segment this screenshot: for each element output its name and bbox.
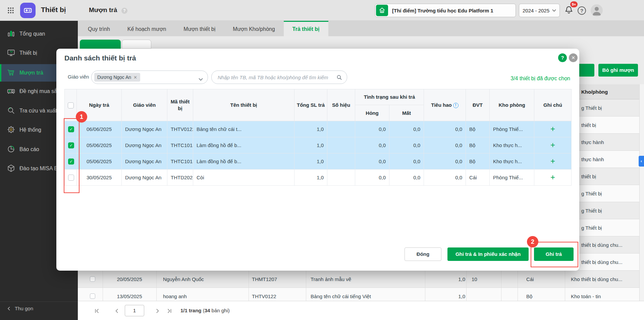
chevron-down-icon [552, 9, 556, 12]
cube-icon [7, 164, 16, 173]
modal-help-icon[interactable]: ? [558, 53, 567, 62]
tab-0[interactable]: Quy trình [79, 21, 119, 36]
search-icon[interactable] [336, 74, 342, 82]
cell-lost[interactable]: 0,0 [389, 170, 424, 186]
cell-broken[interactable]: 0,0 [355, 137, 389, 153]
modal-close-icon[interactable]: ✕ [569, 53, 578, 62]
select-all-checkbox[interactable] [68, 102, 74, 108]
collapse-label: Thu gọn [15, 306, 33, 311]
tab-bar: Quy trìnhKế hoạch mượnMượn thiết bịMượn … [78, 21, 644, 36]
col-header-consumed: Tiêu hao! [424, 89, 466, 121]
search-icon [7, 106, 16, 116]
remove-borrow-button[interactable]: Bỏ ghi mượn [598, 64, 638, 77]
save-and-print-button[interactable]: Ghi trả & In phiếu xác nhận [447, 247, 529, 261]
sidebar-item-label: Báo cáo [19, 146, 39, 152]
save-return-button[interactable]: Ghi trả [534, 247, 574, 261]
cell-unit: Bộ [466, 121, 490, 137]
cell-teacher: Dương Ngọc An [122, 121, 167, 137]
scrollbar-track[interactable] [639, 84, 644, 301]
background-row-fragment: thiết bị [579, 168, 639, 185]
cell-teacher: Nguyễn Anh Quốc [163, 271, 204, 288]
help-icon[interactable]: ? [578, 6, 586, 15]
row-checkbox[interactable] [90, 276, 95, 282]
user-avatar[interactable] [591, 4, 603, 16]
app-grid-icon[interactable] [7, 7, 14, 14]
app-title: Thiết bị [41, 6, 66, 14]
school-selector[interactable]: [Thí điểm] Trường tiểu học Edu Platform … [375, 4, 516, 17]
school-year-select[interactable]: 2024 - 2025 [519, 4, 560, 17]
teacher-chip: Dương Ngọc An ✕ [94, 73, 140, 82]
cell-name: Làm đồng hồ để b... [193, 153, 294, 170]
sidebar-item-label: Thiết bị [19, 50, 37, 56]
partial-action-button[interactable] [579, 64, 594, 77]
sidebar-item-label: Tổng quan [19, 31, 45, 37]
row-checkbox[interactable]: ✓ [68, 158, 74, 165]
page-help-icon[interactable]: ? [121, 8, 127, 14]
cell-serial [327, 153, 355, 170]
cell-broken[interactable]: 0,0 [355, 170, 389, 186]
row-checkbox[interactable]: ✓ [68, 142, 74, 148]
projector-app-icon[interactable] [20, 3, 36, 18]
cell-broken[interactable]: 0,0 [355, 121, 389, 137]
info-icon[interactable]: ! [453, 103, 459, 108]
col-header-note: Ghi chú [534, 89, 572, 121]
background-row-fragment: g Thiết bị [579, 185, 639, 202]
cell-broken[interactable]: 0,0 [355, 153, 389, 170]
next-page-button[interactable] [154, 308, 160, 314]
cell-name: Tranh ảnh mẫu vẽ [311, 271, 351, 288]
cell-storage: Kho thực h... [490, 137, 534, 153]
school-year-value: 2024 - 2025 [523, 8, 549, 13]
col-header-storage: Kho phòng [490, 89, 534, 121]
cell-lost[interactable]: 0,0 [389, 137, 424, 153]
tab-2[interactable]: Mượn thiết bị [175, 21, 224, 36]
prev-page-button[interactable] [114, 308, 120, 314]
add-note-button[interactable]: + [550, 158, 555, 165]
add-note-button[interactable]: + [550, 174, 555, 181]
gear-icon [7, 125, 16, 135]
close-button[interactable]: Đóng [405, 247, 441, 261]
cell-consumed[interactable]: 0,0 [424, 137, 466, 153]
background-table-right: g Thiết bịthiết bịthực hànhthực hànhthiế… [579, 99, 639, 271]
teacher-chip-label: Dương Ngọc An [97, 75, 131, 80]
cell-consumed[interactable]: 0,0 [424, 121, 466, 137]
sidebar-item-label: Hệ thống [19, 127, 41, 133]
teacher-filter-select[interactable]: Dương Ngọc An ✕ [91, 71, 208, 84]
row-checkbox[interactable]: ✓ [68, 126, 74, 132]
cell-serial [327, 121, 355, 137]
sidebar-collapse-button[interactable]: Thu gọn [7, 306, 33, 311]
cell-consumed[interactable]: 0,0 [424, 170, 466, 186]
cell-qty: 1,0 [294, 121, 327, 137]
pagination-bar: 1 1/1 trang (34 bản ghi) [78, 301, 644, 320]
record-count: 34 [205, 308, 210, 313]
background-row-fragment: thực hành [579, 151, 639, 168]
add-note-button[interactable]: + [550, 142, 555, 148]
device-row: ✓05/06/2025Dương Ngọc AnTHTC1013Làm đồng… [65, 137, 572, 153]
toggle-pill-inactive[interactable] [122, 40, 151, 49]
row-checkbox[interactable] [68, 175, 74, 181]
row-checkbox[interactable] [90, 293, 95, 299]
sidebar-item-0[interactable]: Tổng quan [0, 26, 78, 42]
background-row-fragment: g Thiết bị [579, 99, 639, 117]
first-page-button[interactable] [94, 308, 100, 314]
cell-lost[interactable]: 0,0 [389, 121, 424, 137]
cell-unit: Bộ [466, 137, 490, 153]
pagination-info: 1/1 trang (34 bản ghi) [180, 308, 230, 313]
teacher-filter-label: Giáo viên [68, 74, 89, 80]
current-page-input[interactable]: 1 [125, 305, 144, 316]
app-screen: Thiết bị Mượn trả ? [Thí điểm] Trường ti… [0, 0, 644, 320]
add-note-button[interactable]: + [550, 126, 555, 132]
toggle-pill-active[interactable] [80, 40, 121, 49]
tab-4[interactable]: Trả thiết bị [284, 21, 328, 36]
cell-name: Làm đồng hồ để b... [193, 137, 294, 153]
cell-consumed[interactable]: 0,0 [424, 153, 466, 170]
cell-code: THTC1013 [167, 153, 193, 170]
device-search-input[interactable] [217, 71, 331, 83]
page-title: Mượn trả [89, 6, 117, 14]
chip-remove-icon[interactable]: ✕ [133, 75, 137, 80]
cell-lost[interactable]: 0,0 [389, 153, 424, 170]
last-page-button[interactable] [166, 308, 172, 314]
cell-unit: Cái [466, 170, 490, 186]
panel-collapse-handle[interactable]: ‹ [639, 156, 644, 167]
tab-1[interactable]: Kế hoạch mượn [119, 21, 175, 36]
tab-3[interactable]: Mượn Kho/phòng [224, 21, 283, 36]
